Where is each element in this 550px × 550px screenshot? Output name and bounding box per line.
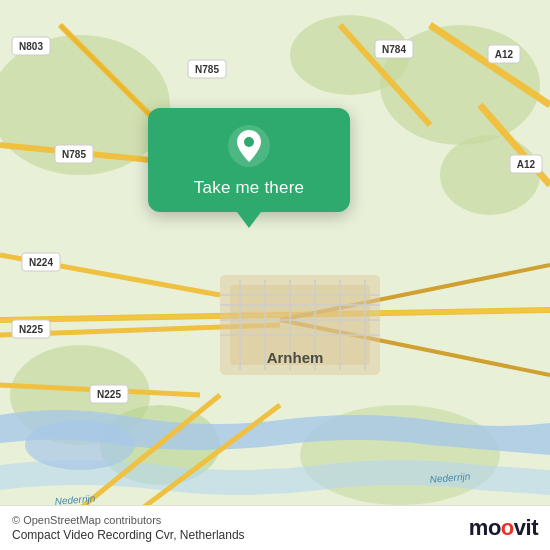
- svg-point-43: [244, 137, 254, 147]
- map-container[interactable]: N803 N785 N785 N784 A12 A12 N224 N225 N2…: [0, 0, 550, 550]
- svg-text:Arnhem: Arnhem: [267, 349, 324, 366]
- svg-text:A12: A12: [495, 49, 514, 60]
- svg-text:N785: N785: [62, 149, 86, 160]
- map-svg: N803 N785 N785 N784 A12 A12 N224 N225 N2…: [0, 0, 550, 550]
- svg-point-4: [440, 135, 540, 215]
- svg-text:N784: N784: [382, 44, 406, 55]
- svg-text:N785: N785: [195, 64, 219, 75]
- svg-text:N224: N224: [29, 257, 53, 268]
- location-pin-icon: [227, 124, 271, 168]
- moovit-logo: moovit: [469, 515, 538, 541]
- bottom-bar: © OpenStreetMap contributors Compact Vid…: [0, 505, 550, 550]
- svg-text:N225: N225: [19, 324, 43, 335]
- callout-label: Take me there: [194, 178, 304, 198]
- location-attribution: Compact Video Recording Cvr, Netherlands: [12, 528, 245, 542]
- svg-text:N803: N803: [19, 41, 43, 52]
- map-callout[interactable]: Take me there: [148, 108, 350, 212]
- osm-attribution: © OpenStreetMap contributors: [12, 514, 245, 526]
- svg-point-8: [25, 420, 135, 470]
- svg-text:N225: N225: [97, 389, 121, 400]
- svg-text:A12: A12: [517, 159, 536, 170]
